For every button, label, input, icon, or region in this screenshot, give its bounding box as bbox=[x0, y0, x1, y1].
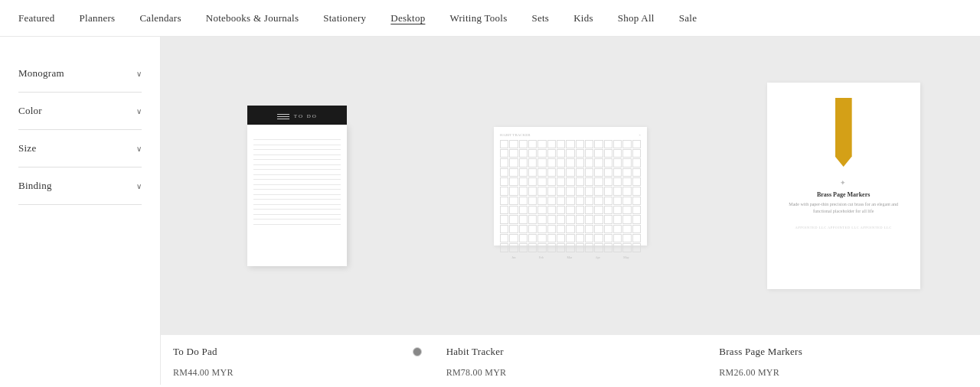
filter-group-header-size[interactable]: Size∨ bbox=[18, 139, 142, 158]
filter-label-color: Color bbox=[18, 105, 42, 117]
nav-item-notebooks---journals[interactable]: Notebooks & Journals bbox=[206, 12, 299, 24]
product-image-habit-tracker: HABIT TRACKER×JanFebMarAprMay bbox=[434, 37, 707, 335]
nav-item-planners[interactable]: Planners bbox=[80, 12, 116, 24]
nav-item-desktop[interactable]: Desktop bbox=[390, 12, 425, 24]
nav-item-featured[interactable]: Featured bbox=[18, 12, 55, 24]
product-card-to-do-pad[interactable]: TO DOTo Do PadRM44.00 MYR bbox=[161, 37, 434, 385]
sidebar: Monogram∨Color∨Size∨Binding∨ bbox=[0, 37, 161, 385]
product-card-habit-tracker[interactable]: HABIT TRACKER×JanFebMarAprMayHabit Track… bbox=[434, 37, 707, 385]
filter-group-header-binding[interactable]: Binding∨ bbox=[18, 177, 142, 195]
filter-group-monogram: Monogram∨ bbox=[18, 55, 142, 93]
filter-group-header-monogram[interactable]: Monogram∨ bbox=[18, 64, 142, 83]
chevron-down-icon: ∨ bbox=[136, 70, 142, 78]
product-info-habit-tracker: Habit Tracker bbox=[434, 335, 707, 364]
product-name-to-do-pad: To Do Pad bbox=[173, 346, 217, 358]
product-image-brass-page-markers: ✦Brass Page MarkersMade with paper-thin … bbox=[707, 37, 980, 335]
product-price-to-do-pad: RM44.00 MYR bbox=[161, 364, 434, 385]
product-name-habit-tracker: Habit Tracker bbox=[446, 346, 504, 358]
product-name-brass-page-markers: Brass Page Markers bbox=[719, 346, 802, 358]
nav-item-stationery[interactable]: Stationery bbox=[323, 12, 366, 24]
product-grid: TO DOTo Do PadRM44.00 MYRHABIT TRACKER×J… bbox=[161, 37, 980, 385]
chevron-down-icon: ∨ bbox=[136, 182, 142, 190]
nav-item-sale[interactable]: Sale bbox=[679, 12, 697, 24]
filter-group-binding: Binding∨ bbox=[18, 167, 142, 205]
product-price-brass-page-markers: RM26.00 MYR bbox=[707, 364, 980, 385]
filter-label-size: Size bbox=[18, 142, 36, 154]
chevron-down-icon: ∨ bbox=[136, 145, 142, 153]
filter-label-monogram: Monogram bbox=[18, 67, 64, 80]
nav-item-shop-all[interactable]: Shop All bbox=[618, 12, 655, 24]
filter-label-binding: Binding bbox=[18, 180, 52, 192]
nav-item-kids[interactable]: Kids bbox=[573, 12, 593, 24]
nav-item-calendars[interactable]: Calendars bbox=[139, 12, 181, 24]
chevron-down-icon: ∨ bbox=[136, 107, 142, 115]
product-info-brass-page-markers: Brass Page Markers bbox=[707, 335, 980, 364]
product-image-to-do-pad: TO DO bbox=[161, 37, 434, 335]
filter-group-size: Size∨ bbox=[18, 130, 142, 167]
nav-item-writing-tools[interactable]: Writing Tools bbox=[449, 12, 507, 24]
product-card-brass-page-markers[interactable]: ✦Brass Page MarkersMade with paper-thin … bbox=[707, 37, 980, 385]
nav-item-sets[interactable]: Sets bbox=[531, 12, 549, 24]
main-nav: FeaturedPlannersCalendarsNotebooks & Jou… bbox=[0, 0, 980, 37]
to-do-pad-illustration: TO DO bbox=[236, 106, 358, 266]
filter-group-header-color[interactable]: Color∨ bbox=[18, 102, 142, 120]
product-price-habit-tracker: RM78.00 MYR bbox=[434, 364, 707, 385]
color-swatch-to-do-pad[interactable] bbox=[413, 347, 422, 356]
filter-group-color: Color∨ bbox=[18, 93, 142, 130]
habit-tracker-illustration: HABIT TRACKER×JanFebMarAprMay bbox=[494, 127, 647, 246]
brass-markers-illustration: ✦Brass Page MarkersMade with paper-thin … bbox=[767, 83, 920, 289]
product-info-to-do-pad: To Do Pad bbox=[161, 335, 434, 364]
